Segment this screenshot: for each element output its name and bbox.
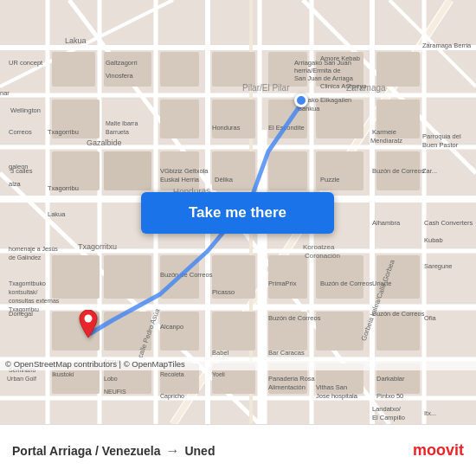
route-arrow: → bbox=[165, 443, 179, 459]
svg-rect-30 bbox=[160, 100, 199, 138]
svg-text:Ikustoki: Ikustoki bbox=[52, 370, 74, 378]
svg-text:Buzón de Correos: Buzón de Correos bbox=[372, 167, 425, 175]
svg-text:Txagorritxu: Txagorritxu bbox=[78, 242, 117, 251]
svg-text:Karmeie: Karmeie bbox=[372, 128, 396, 136]
svg-text:Buzón de Correos: Buzón de Correos bbox=[268, 314, 321, 322]
take-me-there-button[interactable]: Take me there bbox=[141, 192, 334, 234]
svg-text:Itx...: Itx... bbox=[424, 409, 436, 417]
svg-text:Zaramaga Berria: Zaramaga Berria bbox=[422, 42, 472, 49]
svg-text:Bar Caracas: Bar Caracas bbox=[268, 349, 305, 357]
origin-marker bbox=[294, 93, 308, 107]
svg-rect-50 bbox=[268, 255, 307, 299]
svg-text:Buzón de Correos: Buzón de Correos bbox=[372, 310, 425, 318]
svg-text:Capricho: Capricho bbox=[160, 393, 184, 400]
route-origin: Portal Arriaga / Venezuela bbox=[12, 444, 160, 458]
moovit-text: moovit bbox=[413, 441, 464, 460]
route-info: Portal Arriaga / Venezuela → Uned bbox=[12, 443, 413, 459]
svg-rect-40 bbox=[104, 151, 151, 190]
svg-text:Alhambra: Alhambra bbox=[372, 219, 401, 227]
svg-text:Alcanpo: Alcanpo bbox=[160, 323, 183, 331]
svg-text:Amore Kebab: Amore Kebab bbox=[320, 55, 360, 62]
svg-text:Wellington: Wellington bbox=[10, 106, 41, 114]
svg-text:PrimaPrix: PrimaPrix bbox=[268, 280, 297, 287]
svg-rect-46 bbox=[52, 255, 100, 299]
svg-text:Recoleta: Recoleta bbox=[160, 371, 184, 377]
svg-text:Barrueta: Barrueta bbox=[106, 129, 129, 135]
svg-text:Darkablar: Darkablar bbox=[376, 375, 405, 383]
svg-text:Correos: Correos bbox=[9, 128, 32, 136]
svg-rect-47 bbox=[104, 255, 151, 299]
svg-rect-27 bbox=[104, 52, 151, 87]
svg-text:Galtzagorri: Galtzagorri bbox=[106, 59, 138, 67]
svg-point-154 bbox=[85, 315, 93, 323]
svg-text:Alimentación: Alimentación bbox=[268, 383, 306, 391]
svg-text:Parroquia del: Parroquia del bbox=[422, 132, 461, 140]
svg-text:herria/Ermita de: herria/Ermita de bbox=[294, 67, 340, 74]
svg-text:Euskal Herria: Euskal Herria bbox=[160, 176, 200, 183]
svg-rect-36 bbox=[316, 100, 363, 138]
svg-rect-56 bbox=[212, 312, 255, 351]
svg-text:Yoeli: Yoeli bbox=[212, 371, 225, 377]
svg-rect-43 bbox=[268, 151, 307, 190]
svg-text:Cash Converters: Cash Converters bbox=[424, 219, 473, 227]
svg-text:Pilar/El Pilar: Pilar/El Pilar bbox=[242, 83, 290, 93]
svg-rect-42 bbox=[212, 151, 255, 190]
map-attribution: © OpenStreetMap contributors | © OpenMap… bbox=[0, 357, 476, 370]
svg-text:galeon: galeon bbox=[9, 163, 29, 170]
bottom-bar: Portal Arriaga / Venezuela → Uned moovit bbox=[0, 424, 476, 476]
svg-text:Babel: Babel bbox=[212, 349, 229, 357]
svg-text:Coronación: Coronación bbox=[305, 252, 340, 260]
svg-text:Lakua: Lakua bbox=[48, 210, 66, 218]
svg-text:VGbiziz Geltxola: VGbiziz Geltxola bbox=[160, 167, 209, 175]
svg-rect-51 bbox=[316, 255, 363, 299]
svg-text:Lobo: Lobo bbox=[104, 376, 118, 382]
route-destination: Uned bbox=[184, 444, 215, 458]
svg-text:Saregune: Saregune bbox=[424, 262, 453, 270]
svg-text:NEUFIS: NEUFIS bbox=[104, 389, 126, 395]
svg-text:Txagorritxu: Txagorritxu bbox=[9, 306, 39, 313]
svg-text:nar: nar bbox=[0, 89, 10, 97]
svg-text:UR concept: UR concept bbox=[9, 59, 43, 67]
svg-text:Vinosfera: Vinosfera bbox=[106, 72, 133, 80]
svg-text:Kubab: Kubab bbox=[424, 236, 443, 244]
svg-text:Jose hospitala: Jose hospitala bbox=[316, 392, 358, 400]
svg-text:Txagorribu: Txagorribu bbox=[48, 184, 79, 192]
svg-text:Lakua: Lakua bbox=[65, 36, 87, 45]
svg-text:Délika: Délika bbox=[215, 176, 234, 183]
svg-rect-26 bbox=[52, 52, 95, 87]
svg-rect-44 bbox=[316, 151, 363, 190]
svg-text:El Campillo: El Campillo bbox=[372, 414, 405, 421]
svg-rect-31 bbox=[212, 52, 255, 87]
svg-text:Honduras: Honduras bbox=[212, 124, 241, 132]
svg-text:consultas externas: consultas externas bbox=[9, 298, 60, 304]
svg-rect-32 bbox=[212, 100, 255, 138]
svg-text:homenaje a Jesús: homenaje a Jesús bbox=[9, 246, 58, 253]
svg-text:Puzzle: Puzzle bbox=[320, 176, 340, 183]
svg-rect-58 bbox=[316, 312, 363, 351]
svg-text:Buzón de Correos: Buzón de Correos bbox=[320, 280, 373, 287]
svg-text:alza: alza bbox=[9, 180, 22, 188]
svg-text:de Galindez: de Galindez bbox=[9, 254, 42, 261]
svg-text:Panaderia Rosa: Panaderia Rosa bbox=[268, 375, 316, 383]
svg-text:Zar...: Zar... bbox=[422, 167, 437, 175]
svg-text:Urban Golf: Urban Golf bbox=[7, 376, 36, 382]
svg-text:Vithas San: Vithas San bbox=[316, 383, 347, 391]
svg-text:Picasso: Picasso bbox=[212, 288, 235, 296]
destination-marker bbox=[76, 310, 100, 344]
svg-rect-55 bbox=[160, 312, 199, 351]
svg-text:Txagorribu: Txagorribu bbox=[48, 128, 79, 136]
moovit-logo: moovit bbox=[413, 441, 464, 460]
svg-rect-29 bbox=[160, 52, 199, 87]
svg-text:Malte Ibarra: Malte Ibarra bbox=[106, 120, 138, 126]
svg-text:Clinica Asepeyo: Clinica Asepeyo bbox=[320, 82, 366, 90]
svg-text:Ofia: Ofia bbox=[424, 314, 437, 322]
svg-text:San Juan de Arriaga: San Juan de Arriaga bbox=[294, 74, 354, 82]
svg-text:Koroatzea: Koroatzea bbox=[303, 243, 335, 251]
svg-text:Mendiaratz: Mendiaratz bbox=[370, 137, 402, 145]
svg-text:Landatxo/: Landatxo/ bbox=[372, 405, 402, 413]
svg-text:Txagorritbuko: Txagorritbuko bbox=[9, 280, 46, 287]
svg-text:Gazalbide: Gazalbide bbox=[87, 138, 122, 147]
svg-text:kontsultak/: kontsultak/ bbox=[9, 289, 38, 295]
svg-text:Buen Pastor: Buen Pastor bbox=[422, 141, 459, 149]
svg-rect-37 bbox=[376, 52, 420, 87]
